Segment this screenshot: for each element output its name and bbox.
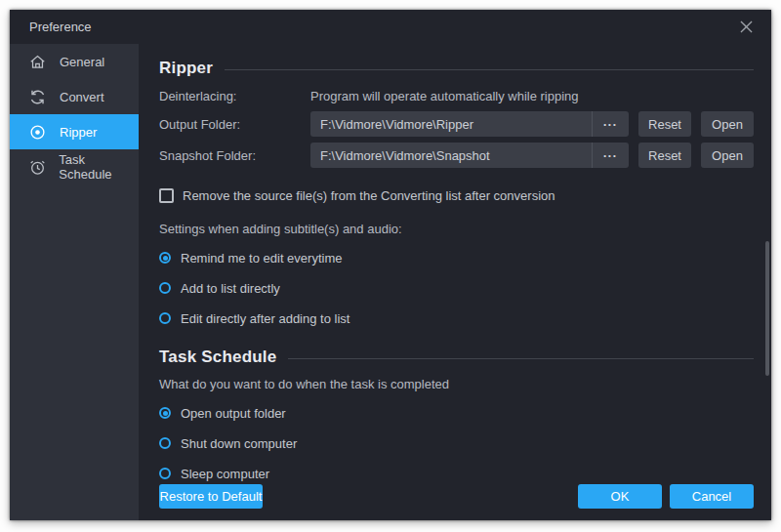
snapshot-folder-value: F:\Vidmore\Vidmore\Snapshot	[310, 148, 592, 163]
task-schedule-question: What do you want to do when the task is …	[159, 377, 754, 391]
heading-divider	[225, 69, 754, 70]
preference-dialog: Preference General	[10, 10, 771, 520]
window-title: Preference	[29, 20, 92, 34]
output-folder-label: Output Folder:	[159, 117, 310, 132]
radio-icon[interactable]	[159, 252, 171, 264]
cancel-button[interactable]: Cancel	[670, 484, 754, 509]
ok-button[interactable]: OK	[578, 484, 662, 509]
sidebar-item-convert[interactable]: Convert	[10, 79, 139, 114]
deinterlacing-value: Program will operate automatically while…	[310, 89, 579, 103]
sidebar-item-general[interactable]: General	[10, 44, 139, 79]
radio-edit-directly-after-adding[interactable]: Edit directly after adding to list	[159, 309, 754, 327]
radio-label: Open output folder	[181, 406, 286, 421]
remove-source-label: Remove the source file(s) from the Conve…	[183, 188, 555, 203]
main-content: Ripper Deinterlacing: Program will opera…	[139, 44, 773, 520]
deinterlacing-row: Deinterlacing: Program will operate auto…	[159, 89, 754, 103]
radio-icon[interactable]	[159, 468, 171, 479]
record-icon	[28, 123, 47, 142]
task-schedule-heading: Task Schedule	[159, 348, 276, 367]
radio-icon[interactable]	[159, 407, 171, 419]
radio-shut-down-computer[interactable]: Shut down computer	[159, 434, 754, 452]
home-icon	[28, 53, 47, 71]
section-heading-ripper: Ripper	[159, 58, 754, 79]
sidebar-item-task-schedule[interactable]: Task Schedule	[10, 149, 139, 184]
scrollbar-thumb[interactable]	[765, 241, 769, 376]
remove-source-checkbox-row[interactable]: Remove the source file(s) from the Conve…	[159, 188, 754, 203]
output-folder-value: F:\Vidmore\Vidmore\Ripper	[310, 117, 592, 132]
remove-source-checkbox[interactable]	[159, 188, 174, 203]
section-heading-task-schedule: Task Schedule	[159, 347, 754, 368]
sync-icon	[28, 88, 47, 106]
radio-icon[interactable]	[159, 437, 171, 449]
subtitle-settings-label: Settings when adding subtitle(s) and aud…	[159, 222, 754, 236]
radio-label: Add to list directly	[181, 281, 280, 296]
output-folder-browse-button[interactable]: •••	[592, 111, 629, 137]
radio-icon[interactable]	[159, 312, 171, 324]
sidebar-item-label: Ripper	[60, 125, 97, 140]
snapshot-folder-label: Snapshot Folder:	[159, 148, 310, 163]
ripper-heading: Ripper	[159, 59, 213, 78]
screen: Preference General	[0, 0, 781, 532]
snapshot-folder-row: Snapshot Folder: F:\Vidmore\Vidmore\Snap…	[159, 143, 754, 168]
output-folder-row: Output Folder: F:\Vidmore\Vidmore\Ripper…	[159, 111, 754, 137]
radio-label: Sleep computer	[181, 467, 269, 481]
output-folder-input[interactable]: F:\Vidmore\Vidmore\Ripper •••	[310, 111, 629, 137]
footer-bar: Restore to Default OK Cancel	[159, 484, 754, 509]
close-button[interactable]	[732, 15, 760, 40]
alarm-clock-icon	[28, 158, 46, 177]
snapshot-folder-open-button[interactable]: Open	[701, 143, 754, 168]
heading-divider	[288, 358, 754, 359]
radio-icon[interactable]	[159, 282, 171, 294]
snapshot-folder-input[interactable]: F:\Vidmore\Vidmore\Snapshot •••	[310, 143, 629, 168]
radio-sleep-computer[interactable]: Sleep computer	[159, 465, 754, 482]
sidebar-item-ripper[interactable]: Ripper	[10, 114, 139, 149]
radio-label: Edit directly after adding to list	[181, 311, 349, 326]
radio-label: Shut down computer	[181, 436, 297, 451]
close-icon	[740, 20, 753, 33]
window-body: General Convert	[10, 44, 771, 520]
output-folder-open-button[interactable]: Open	[701, 111, 754, 137]
sidebar: General Convert	[10, 44, 139, 520]
sidebar-item-label: General	[60, 55, 104, 69]
restore-default-button[interactable]: Restore to Default	[159, 484, 263, 509]
snapshot-folder-browse-button[interactable]: •••	[592, 143, 629, 168]
output-folder-reset-button[interactable]: Reset	[638, 111, 691, 137]
radio-add-to-list-directly[interactable]: Add to list directly	[159, 279, 754, 297]
snapshot-folder-reset-button[interactable]: Reset	[638, 143, 691, 168]
radio-remind-me-to-edit[interactable]: Remind me to edit everytime	[159, 249, 754, 266]
deinterlacing-label: Deinterlacing:	[159, 89, 310, 103]
sidebar-item-label: Task Schedule	[59, 152, 139, 182]
radio-label: Remind me to edit everytime	[181, 251, 342, 266]
radio-open-output-folder[interactable]: Open output folder	[159, 404, 754, 422]
title-bar: Preference	[10, 10, 771, 44]
sidebar-item-label: Convert	[60, 90, 104, 104]
